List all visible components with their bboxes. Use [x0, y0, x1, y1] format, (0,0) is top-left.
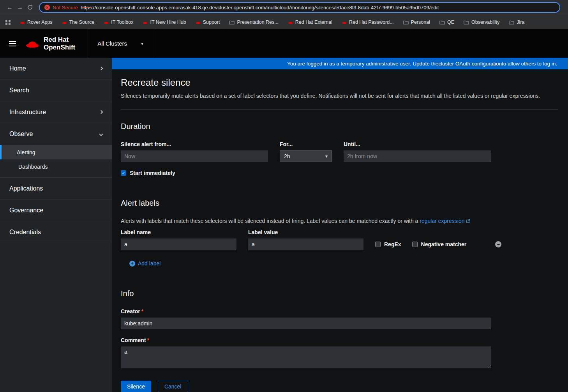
sidebar-item-applications[interactable]: Applications — [0, 178, 112, 200]
back-icon[interactable]: ← — [5, 2, 15, 12]
comment-label: Comment* — [121, 337, 558, 343]
bookmark-label: QE — [447, 19, 454, 25]
address-bar[interactable]: × Not Secure https://console-openshift-c… — [39, 2, 560, 13]
sidebar-item-label: Applications — [9, 185, 43, 192]
sidebar-item-governance[interactable]: Governance — [0, 200, 112, 221]
bookmark-it-new-hire-hub[interactable]: IT New Hire Hub — [143, 19, 186, 25]
page-description: Silences temporarily mute alerts based o… — [121, 93, 558, 99]
redhat-icon — [342, 20, 347, 25]
sidebar-item-search[interactable]: Search — [0, 79, 112, 101]
duration-for-label: For... — [280, 141, 332, 147]
label-value-input[interactable] — [248, 238, 363, 250]
bookmarks-bar: Rover Apps The Source IT Toolbox IT New … — [0, 15, 568, 29]
bookmark-observability[interactable]: Observability — [464, 19, 499, 25]
bookmark-label: IT Toolbox — [111, 19, 133, 25]
sidebar-item-alerting[interactable]: Alerting — [0, 145, 112, 159]
regex-checkbox[interactable] — [375, 242, 381, 247]
sidebar-item-home[interactable]: Home — [0, 58, 112, 79]
url-scheme: https — [81, 5, 92, 11]
creator-label: Creator* — [121, 308, 558, 314]
add-label-text: Add label — [138, 260, 161, 267]
sidebar-nav: Home Search Infrastructure Observe Alert… — [0, 58, 112, 392]
negative-matcher-checkbox[interactable] — [412, 242, 418, 247]
sidebar-item-infrastructure[interactable]: Infrastructure — [0, 101, 112, 123]
remove-matcher-icon[interactable]: − — [495, 241, 501, 247]
bookmark-it-toolbox[interactable]: IT Toolbox — [104, 19, 133, 25]
bookmark-rover-apps[interactable]: Rover Apps — [20, 19, 53, 25]
folder-icon — [229, 20, 235, 25]
alert-labels-description: Alerts with labels that match these sele… — [121, 218, 558, 224]
sidebar-item-label: Home — [9, 65, 26, 72]
bookmark-qe[interactable]: QE — [439, 19, 454, 25]
alert-labels-heading: Alert labels — [121, 199, 558, 208]
silence-form-page: Recreate silence Silences temporarily mu… — [112, 69, 568, 392]
bookmark-personal[interactable]: Personal — [403, 19, 430, 25]
app-masthead: Red Hat OpenShift All Clusters ▾ — [0, 29, 568, 58]
reload-icon[interactable] — [25, 2, 35, 12]
start-immediately-checkbox[interactable]: ✓ — [121, 170, 126, 176]
brand-logo[interactable]: Red Hat OpenShift — [25, 29, 88, 58]
duration-heading: Duration — [121, 122, 558, 131]
negative-matcher-label: Negative matcher — [421, 241, 467, 247]
bookmark-the-source[interactable]: The Source — [62, 19, 95, 25]
add-label-button[interactable]: + Add label — [129, 260, 161, 267]
not-secure-icon: × — [44, 5, 50, 10]
sidebar-item-dashboards[interactable]: Dashboards — [0, 159, 112, 174]
sidebar-item-label: Infrastructure — [9, 109, 46, 116]
bookmark-label: Observability — [471, 19, 499, 25]
bookmark-label: Support — [203, 19, 220, 25]
creator-label-text: Creator — [121, 308, 140, 314]
sidebar-item-label: Credentials — [9, 229, 41, 236]
cluster-selector[interactable]: All Clusters ▾ — [88, 29, 153, 58]
url-rest: ://console-openshift-console.apps.emuras… — [92, 5, 439, 11]
creator-input[interactable] — [121, 318, 491, 329]
label-name-input[interactable] — [121, 238, 236, 250]
form-actions: Silence Cancel — [121, 381, 558, 392]
silence-from-input[interactable] — [121, 150, 268, 162]
label-value-label: Label value — [248, 229, 363, 235]
redhat-icon — [62, 20, 67, 25]
comment-textarea[interactable]: a — [121, 346, 491, 368]
folder-icon — [439, 20, 445, 25]
sidebar-item-credentials[interactable]: Credentials — [0, 221, 112, 243]
bookmark-label: The Source — [69, 19, 95, 25]
folder-icon — [464, 20, 469, 25]
required-asterisk: * — [147, 337, 149, 343]
redhat-icon — [196, 20, 201, 25]
bookmark-presentation-res[interactable]: Presentation Res... — [229, 19, 278, 25]
menu-icon[interactable] — [0, 29, 25, 58]
sidebar-group-observe: Observe Alerting Dashboards — [0, 123, 112, 178]
caret-down-icon: ▾ — [325, 154, 328, 159]
info-heading: Info — [121, 289, 558, 298]
redhat-icon — [20, 20, 25, 25]
sidebar-item-label: Dashboards — [18, 164, 48, 170]
main-content: You are logged in as a temporary adminis… — [112, 58, 568, 392]
folder-icon — [403, 20, 409, 25]
redhat-icon — [104, 20, 109, 25]
folder-icon — [509, 20, 514, 25]
apps-grid-icon[interactable] — [5, 20, 11, 25]
bookmark-jira[interactable]: Jira — [509, 19, 524, 25]
cluster-selector-label: All Clusters — [97, 40, 127, 47]
comment-label-text: Comment — [121, 337, 146, 343]
bookmark-support[interactable]: Support — [196, 19, 220, 25]
until-label: Until... — [344, 141, 491, 147]
banner-text-before: You are logged in as a temporary adminis… — [287, 61, 438, 67]
duration-for-select[interactable]: 2h ▾ — [280, 150, 332, 162]
sidebar-item-observe[interactable]: Observe — [0, 123, 112, 145]
external-link-icon — [466, 219, 470, 223]
bookmark-red-hat-external[interactable]: Red Hat External — [288, 19, 332, 25]
alert-labels-description-text: Alerts with labels that match these sele… — [121, 218, 420, 224]
forward-icon[interactable]: → — [15, 2, 25, 12]
oauth-config-link[interactable]: cluster OAuth configuration — [438, 61, 502, 67]
cancel-button[interactable]: Cancel — [158, 381, 188, 392]
regular-expression-link[interactable]: regular expression — [420, 218, 464, 224]
login-warning-banner: You are logged in as a temporary adminis… — [112, 58, 568, 69]
bookmark-label: Red Hat External — [295, 19, 332, 25]
bookmark-label: Red Hat Password... — [349, 19, 394, 25]
until-input[interactable] — [344, 150, 491, 162]
bookmark-red-hat-password[interactable]: Red Hat Password... — [342, 19, 394, 25]
bookmark-label: Presentation Res... — [237, 19, 278, 25]
silence-submit-button[interactable]: Silence — [121, 381, 151, 392]
brand-text: Red Hat OpenShift — [44, 36, 75, 51]
